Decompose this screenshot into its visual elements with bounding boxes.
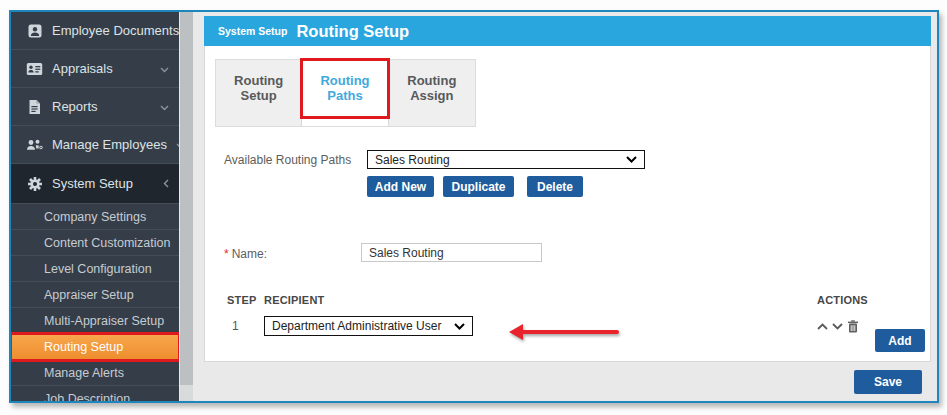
- sidebar-item-appraisals[interactable]: Appraisals: [11, 50, 179, 88]
- required-marker: *: [224, 247, 229, 261]
- name-row: *Name:: [224, 243, 930, 262]
- steps-table: STEP RECIPIENT ACTIONS 1 Department Admi…: [227, 294, 930, 336]
- move-down-icon[interactable]: [832, 323, 843, 330]
- actions-column-header: ACTIONS: [817, 294, 930, 306]
- tab-strip: Routing Setup Routing Paths Routing Assi…: [215, 59, 476, 127]
- sidebar-item-employee-documents[interactable]: Employee Documents: [11, 12, 179, 50]
- name-input[interactable]: [361, 243, 542, 262]
- sidebar-subitem-routing-setup[interactable]: Routing Setup: [11, 334, 179, 360]
- sidebar-item-label: Reports: [52, 99, 151, 114]
- sidebar-subitem-multi-appraiser-setup[interactable]: Multi-Appraiser Setup: [11, 308, 179, 334]
- tab-label: Routing Assign: [407, 73, 456, 103]
- sidebar-subitem-label: Level Configuration: [44, 262, 152, 276]
- recipient-column-header: RECIPIENT: [264, 294, 817, 306]
- employee-documents-icon: [26, 22, 43, 39]
- save-button[interactable]: Save: [854, 370, 922, 394]
- add-new-button[interactable]: Add New: [367, 176, 434, 197]
- name-label-wrap: *Name:: [224, 244, 361, 262]
- trash-icon[interactable]: [847, 320, 859, 333]
- tab-routing-assign[interactable]: Routing Assign: [389, 60, 475, 126]
- tab-routing-paths[interactable]: Routing Paths: [302, 60, 388, 126]
- footer-bar: Save: [204, 362, 931, 401]
- step-number: 1: [227, 319, 264, 333]
- page-header: System Setup Routing Setup: [204, 16, 931, 46]
- duplicate-button[interactable]: Duplicate: [443, 176, 514, 197]
- recipient-value: Department Administrative User: [272, 319, 441, 333]
- sidebar-subitem-label: Appraiser Setup: [44, 288, 134, 302]
- step-column-header: STEP: [227, 294, 264, 306]
- delete-button[interactable]: Delete: [527, 176, 583, 197]
- sidebar-item-label: Manage Employees: [52, 137, 167, 152]
- appraisals-icon: [26, 60, 43, 77]
- available-paths-value: Sales Routing: [375, 153, 450, 167]
- sidebar-subitem-label: Job Description: [44, 392, 130, 402]
- sidebar-subitem-manage-alerts[interactable]: Manage Alerts: [11, 360, 179, 386]
- steps-table-header: STEP RECIPIENT ACTIONS: [227, 294, 930, 306]
- chevron-down-icon: [454, 323, 465, 330]
- scrollbar-thumb[interactable]: [180, 12, 193, 385]
- sidebar-subitem-level-configuration[interactable]: Level Configuration: [11, 256, 179, 282]
- manage-employees-icon: [26, 136, 43, 153]
- sidebar-item-system-setup[interactable]: System Setup: [11, 164, 179, 204]
- breadcrumb: System Setup: [218, 25, 287, 37]
- sidebar-subitem-label: Company Settings: [44, 210, 146, 224]
- reports-icon: [26, 98, 43, 115]
- sidebar-subitem-label: Manage Alerts: [44, 366, 124, 380]
- main-content: System Setup Routing Setup Routing Setup…: [193, 12, 937, 401]
- tab-label: Routing Setup: [234, 73, 283, 103]
- vertical-scrollbar[interactable]: [179, 12, 193, 401]
- sidebar-item-label: Employee Documents: [52, 23, 179, 38]
- sidebar-item-manage-employees[interactable]: Manage Employees: [11, 126, 179, 164]
- chevron-down-icon: [626, 156, 637, 163]
- routing-paths-panel: Routing Setup Routing Paths Routing Assi…: [204, 46, 931, 362]
- chevron-down-icon: [160, 99, 169, 114]
- name-label: Name:: [232, 247, 267, 261]
- sidebar: Employee Documents Appraisals Reports Ma…: [11, 12, 179, 401]
- chevron-down-icon: [160, 61, 169, 76]
- recipient-cell: Department Administrative User: [264, 316, 817, 336]
- available-paths-label: Available Routing Paths: [224, 153, 367, 167]
- available-paths-select[interactable]: Sales Routing: [367, 150, 645, 169]
- available-paths-row: Available Routing Paths Sales Routing: [224, 150, 930, 169]
- path-buttons-row: Add New Duplicate Delete: [367, 176, 930, 197]
- sidebar-subitem-label: Multi-Appraiser Setup: [44, 314, 164, 328]
- tab-label: Routing Paths: [320, 73, 369, 103]
- sidebar-item-label: Appraisals: [52, 61, 151, 76]
- sidebar-subitem-job-description[interactable]: Job Description: [11, 386, 179, 401]
- sidebar-subitem-company-settings[interactable]: Company Settings: [11, 204, 179, 230]
- chevron-left-icon: [163, 176, 169, 191]
- system-setup-icon: [26, 175, 43, 192]
- page-title: Routing Setup: [296, 22, 409, 41]
- add-row: Add: [875, 329, 925, 352]
- sidebar-subitem-appraiser-setup[interactable]: Appraiser Setup: [11, 282, 179, 308]
- app-window: Employee Documents Appraisals Reports Ma…: [9, 10, 939, 403]
- sidebar-item-reports[interactable]: Reports: [11, 88, 179, 126]
- sidebar-subitem-content-customization[interactable]: Content Customization: [11, 230, 179, 256]
- move-up-icon[interactable]: [817, 323, 828, 330]
- add-step-button[interactable]: Add: [875, 329, 925, 352]
- recipient-select[interactable]: Department Administrative User: [264, 316, 473, 336]
- tab-routing-setup[interactable]: Routing Setup: [216, 60, 302, 126]
- sidebar-item-label: System Setup: [52, 176, 154, 191]
- sidebar-subitem-label: Routing Setup: [44, 340, 123, 354]
- table-row: 1 Department Administrative User: [227, 316, 930, 336]
- sidebar-subitem-label: Content Customization: [44, 236, 170, 250]
